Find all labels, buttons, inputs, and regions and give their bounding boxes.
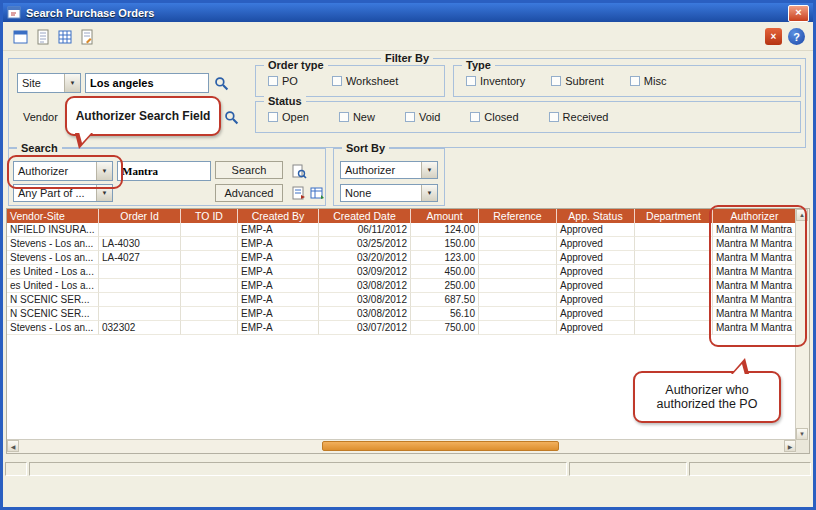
status-panel	[569, 462, 687, 476]
checkbox-icon	[339, 112, 349, 122]
checkbox-received[interactable]: Received	[549, 111, 609, 123]
chevron-down-icon[interactable]: ▼	[96, 185, 112, 201]
table-row[interactable]: es United - Los a...EMP-A03/08/2012250.0…	[7, 279, 796, 293]
table-cell	[479, 293, 557, 307]
table-cell	[479, 279, 557, 293]
horizontal-scrollbar[interactable]: ◀ ▶	[7, 439, 796, 453]
table-cell	[479, 321, 557, 335]
scroll-right-icon[interactable]: ▶	[784, 440, 796, 452]
table-cell: 687.50	[411, 293, 479, 307]
chevron-down-icon[interactable]: ▼	[96, 162, 112, 180]
callout-authorizer-column: Authorizer who authorized the PO	[633, 371, 781, 423]
new-po-icon[interactable]	[9, 25, 32, 48]
column-header-department[interactable]: Department	[635, 209, 713, 223]
column-header-order-id[interactable]: Order Id	[99, 209, 181, 223]
scroll-left-icon[interactable]: ◀	[7, 440, 19, 452]
vertical-scrollbar[interactable]: ▲ ▼	[795, 209, 809, 440]
column-header-app-status[interactable]: App. Status	[557, 209, 635, 223]
table-row[interactable]: NFIELD INSURA...EMP-A06/11/2012124.00App…	[7, 223, 796, 237]
table-cell: 124.00	[411, 223, 479, 237]
exit-button[interactable]: ×	[762, 25, 785, 48]
table-cell	[635, 293, 713, 307]
browse-grid-icon[interactable]	[53, 25, 76, 48]
chevron-down-icon[interactable]: ▼	[421, 185, 437, 201]
table-cell	[635, 279, 713, 293]
sort-secondary-combo[interactable]: None ▼	[340, 184, 438, 202]
column-header-created-by[interactable]: Created By	[238, 209, 319, 223]
site-search-icon[interactable]	[211, 73, 231, 93]
help-button[interactable]: ?	[785, 25, 808, 48]
table-cell: 123.00	[411, 251, 479, 265]
table-cell: Approved	[557, 321, 635, 335]
table-cell: EMP-A	[238, 293, 319, 307]
title-bar[interactable]: Search Purchase Orders ×	[3, 3, 813, 22]
order-type-label: Order type	[264, 59, 328, 71]
site-combo[interactable]: Site ▼	[17, 73, 81, 93]
table-row[interactable]: Stevens - Los an...032302EMP-A03/07/2012…	[7, 321, 796, 335]
table-cell: LA-4030	[99, 237, 181, 251]
checkbox-closed[interactable]: Closed	[470, 111, 518, 123]
search-button[interactable]: Search	[215, 161, 283, 179]
search-report-icon[interactable]	[289, 161, 309, 181]
table-cell	[99, 293, 181, 307]
match-type-combo[interactable]: Any Part of ... ▼	[13, 184, 113, 202]
checkbox-void[interactable]: Void	[405, 111, 440, 123]
export-icon[interactable]	[307, 183, 327, 203]
chevron-down-icon[interactable]: ▼	[421, 162, 437, 178]
checkbox-subrent[interactable]: Subrent	[551, 75, 604, 87]
table-row[interactable]: es United - Los a...EMP-A03/09/2012450.0…	[7, 265, 796, 279]
table-cell: Mantra M Mantra	[713, 237, 796, 251]
table-row[interactable]: N SCENIC SER...EMP-A03/08/2012687.50Appr…	[7, 293, 796, 307]
table-cell: 750.00	[411, 321, 479, 335]
site-search-input[interactable]	[85, 73, 209, 93]
checkbox-icon	[268, 76, 278, 86]
column-header-reference[interactable]: Reference	[479, 209, 557, 223]
order-type-group: Order type PO Worksheet	[255, 65, 445, 97]
close-button[interactable]: ×	[788, 5, 809, 22]
table-cell	[99, 265, 181, 279]
table-cell	[99, 279, 181, 293]
table-row[interactable]: Stevens - Los an...LA-4027EMP-A03/20/201…	[7, 251, 796, 265]
checkbox-misc[interactable]: Misc	[630, 75, 667, 87]
status-bar	[5, 462, 811, 478]
checkbox-worksheet[interactable]: Worksheet	[332, 75, 398, 87]
checkbox-po[interactable]: PO	[268, 75, 298, 87]
worksheet-icon[interactable]	[31, 25, 54, 48]
table-cell: Mantra M Mantra	[713, 321, 796, 335]
scroll-down-icon[interactable]: ▼	[796, 428, 808, 440]
checkbox-new[interactable]: New	[339, 111, 375, 123]
table-cell: Mantra M Mantra	[713, 251, 796, 265]
grid-header: Vendor-SiteOrder IdTO IDCreated ByCreate…	[7, 209, 796, 223]
table-cell: Approved	[557, 223, 635, 237]
sort-by-group: Sort By Authorizer ▼ None ▼	[333, 148, 445, 206]
sort-by-label: Sort By	[342, 142, 389, 154]
checkbox-inventory[interactable]: Inventory	[466, 75, 525, 87]
column-header-amount[interactable]: Amount	[411, 209, 479, 223]
table-row[interactable]: Stevens - Los an...LA-4030EMP-A03/25/201…	[7, 237, 796, 251]
column-header-authorizer[interactable]: Authorizer	[713, 209, 796, 223]
column-header-to-id[interactable]: TO ID	[181, 209, 238, 223]
column-header-vendor-site[interactable]: Vendor-Site	[7, 209, 99, 223]
advanced-report-icon[interactable]	[289, 183, 309, 203]
sort-primary-combo[interactable]: Authorizer ▼	[340, 161, 438, 179]
table-row[interactable]: N SCENIC SER...EMP-A03/08/201256.10Appro…	[7, 307, 796, 321]
table-cell: EMP-A	[238, 223, 319, 237]
window-title: Search Purchase Orders	[26, 7, 154, 19]
advanced-button[interactable]: Advanced	[215, 184, 283, 202]
checkbox-open[interactable]: Open	[268, 111, 309, 123]
report-icon[interactable]	[75, 25, 98, 48]
table-cell	[181, 279, 238, 293]
scrollbar-thumb[interactable]	[322, 441, 559, 451]
table-cell	[181, 307, 238, 321]
column-header-created-date[interactable]: Created Date	[319, 209, 411, 223]
table-cell: 03/09/2012	[319, 265, 411, 279]
app-icon	[7, 6, 22, 19]
chevron-down-icon[interactable]: ▼	[64, 74, 80, 92]
status-panel	[5, 462, 27, 476]
search-query-input[interactable]	[117, 161, 211, 181]
table-cell	[635, 265, 713, 279]
status-label: Status	[264, 95, 306, 107]
search-field-combo[interactable]: Authorizer ▼	[13, 161, 113, 181]
vendor-search-icon[interactable]	[221, 107, 241, 127]
scroll-up-icon[interactable]: ▲	[796, 209, 808, 221]
